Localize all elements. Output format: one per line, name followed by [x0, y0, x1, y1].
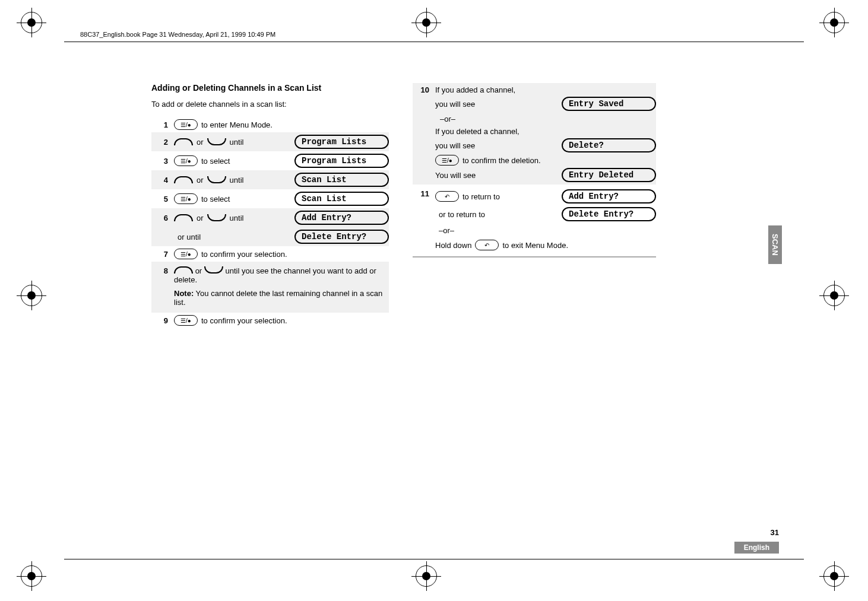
step-text: or	[195, 266, 202, 275]
step-8-note: Note: You cannot delete the last remaini…	[151, 287, 389, 313]
step-text: or	[197, 214, 204, 222]
step-text: to confirm the deletion.	[462, 156, 541, 165]
menu-button-icon: ☰/●	[174, 249, 198, 259]
display-readout: Scan List	[294, 173, 389, 187]
display-readout: Entry Deleted	[562, 168, 656, 182]
step-7: 7 ☰/● to confirm your selection.	[151, 246, 389, 262]
step-text: or until	[174, 233, 201, 241]
note-label: Note:	[174, 289, 194, 298]
step-text: –or–	[435, 226, 656, 235]
intro-text: To add or delete channels in a scan list…	[151, 100, 389, 109]
step-text: to select	[201, 195, 230, 203]
back-button-icon: ↶	[435, 191, 459, 202]
page-number: 31	[771, 528, 779, 537]
up-arrow-icon	[174, 138, 193, 145]
down-arrow-icon	[207, 176, 226, 183]
display-readout: Delete Entry?	[294, 230, 389, 244]
menu-button-icon: ☰/●	[174, 315, 198, 326]
step-text: to confirm your selection.	[201, 250, 287, 259]
menu-button-icon: ☰/●	[174, 193, 198, 204]
up-arrow-icon	[174, 214, 193, 221]
step-number: 7	[151, 250, 174, 259]
step-number: 2	[151, 138, 174, 147]
step-number: 4	[151, 176, 174, 185]
step-1: 1 ☰/● to enter Menu Mode.	[151, 117, 389, 132]
display-readout: Entry Saved	[562, 97, 656, 111]
step-text: until	[230, 138, 244, 147]
menu-button-icon: ☰/●	[174, 155, 198, 166]
step-text: to return to	[462, 192, 500, 201]
step-text: you will see	[435, 141, 475, 150]
step-6: 6 or until Add Entry?	[151, 208, 389, 227]
step-number: 5	[151, 195, 174, 203]
step-11: 11 ↶ to return to Add Entry? or to retur…	[413, 185, 656, 253]
step-number: 3	[151, 157, 174, 166]
step-text: You will see	[435, 171, 476, 180]
step-3: 3 ☰/● to select Program Lists	[151, 151, 389, 170]
down-arrow-icon	[207, 138, 226, 145]
step-text: to select	[201, 157, 230, 166]
step-2: 2 or until Program Lists	[151, 132, 389, 151]
step-text: or to return to	[435, 210, 485, 219]
step-text: to confirm your selection.	[201, 316, 287, 325]
step-number: 9	[151, 316, 174, 325]
step-text: until	[230, 214, 244, 222]
display-readout: Add Entry?	[562, 189, 656, 203]
step-text: to exit Menu Mode.	[502, 241, 568, 250]
up-arrow-icon	[174, 176, 193, 183]
menu-button-icon: ☰/●	[174, 119, 198, 130]
section-title: Adding or Deleting Channels in a Scan Li…	[151, 83, 389, 93]
step-number: 11	[413, 189, 435, 198]
display-readout: Add Entry?	[294, 211, 389, 225]
step-4: 4 or until Scan List	[151, 170, 389, 189]
step-text: you will see	[435, 100, 475, 109]
step-text: to enter Menu Mode.	[201, 120, 273, 129]
display-readout: Delete?	[562, 138, 656, 152]
display-readout: Program Lists	[294, 154, 389, 168]
step-text: Hold down	[435, 241, 471, 250]
step-text: or	[197, 176, 204, 185]
step-number: 10	[413, 85, 435, 94]
note-text: You cannot delete the last remaining cha…	[174, 289, 382, 307]
back-button-icon: ↶	[475, 240, 499, 250]
down-arrow-icon	[204, 266, 223, 274]
display-readout: Program Lists	[294, 135, 389, 149]
step-text: –or–	[435, 115, 656, 123]
step-number: 6	[151, 214, 174, 222]
display-readout: Delete Entry?	[562, 207, 656, 221]
step-text: If you added a channel,	[435, 85, 656, 94]
step-6b: or until Delete Entry?	[151, 227, 389, 246]
header-text: 88C37_English.book Page 31 Wednesday, Ap…	[80, 31, 275, 38]
step-10: 10 If you added a channel, you will see …	[413, 83, 656, 185]
up-arrow-icon	[174, 266, 193, 274]
menu-button-icon: ☰/●	[435, 155, 459, 166]
step-text: or	[197, 138, 204, 147]
step-9: 9 ☰/● to confirm your selection.	[151, 313, 389, 328]
section-tab: SCAN	[768, 225, 782, 264]
step-8: 8 or until you see the channel you want …	[151, 262, 389, 287]
step-number: 8	[151, 266, 174, 275]
step-text: If you deleted a channel,	[435, 127, 656, 136]
down-arrow-icon	[207, 214, 226, 221]
language-label: English	[734, 542, 779, 554]
step-number: 1	[151, 120, 174, 129]
display-readout: Scan List	[294, 192, 389, 206]
step-5: 5 ☰/● to select Scan List	[151, 189, 389, 208]
step-text: until	[230, 176, 244, 185]
